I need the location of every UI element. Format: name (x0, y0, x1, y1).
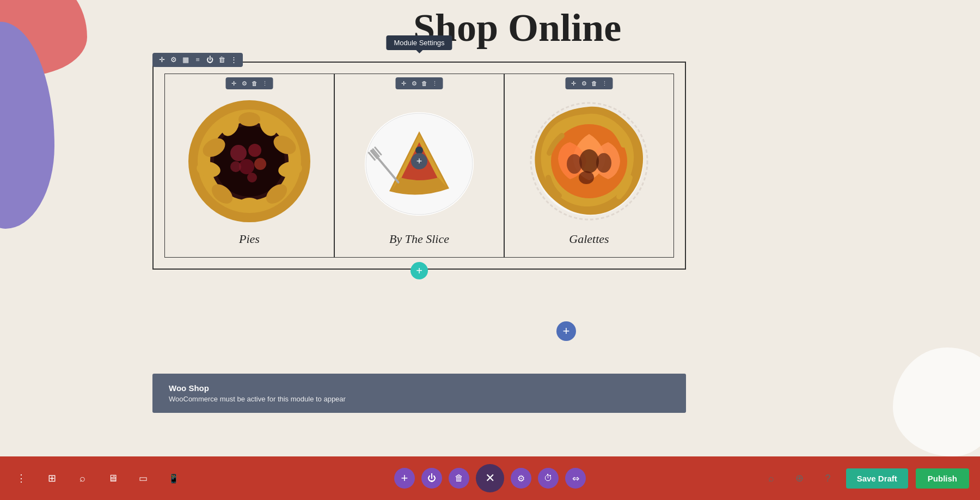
delete-icon-pies[interactable]: 🗑 (250, 79, 259, 88)
more-icon-slice[interactable]: ⋮ (431, 79, 439, 88)
grid-item-slice: ✛ ⚙ 🗑 ⋮ (334, 74, 504, 258)
responsive-button[interactable]: ⇔ (565, 468, 586, 489)
delete-icon-galettes[interactable]: 🗑 (590, 79, 599, 88)
woo-shop-banner: Woo Shop WooCommerce must be active for … (152, 374, 686, 413)
move-icon-slice[interactable]: ✛ (400, 79, 408, 88)
toolbar-center-group: + ⏻ 🗑 ✕ ⚙ ⏱ ⇔ (394, 464, 586, 492)
item-label-galettes: Galettes (569, 232, 609, 246)
item-toolbar-galettes[interactable]: ✛ ⚙ 🗑 ⋮ (566, 77, 613, 89)
svg-point-9 (230, 161, 241, 172)
more-icon-pies[interactable]: ⋮ (261, 79, 270, 88)
desktop-button[interactable]: 🖥 (102, 468, 123, 489)
delete-center-button[interactable]: 🗑 (449, 468, 469, 489)
settings-icon[interactable]: ⚙ (169, 55, 179, 65)
item-toolbar-pies[interactable]: ✛ ⚙ 🗑 ⋮ (226, 77, 273, 89)
module-outer-toolbar[interactable]: ✛ ⚙ ▦ ≡ ⏻ 🗑 ⋮ (152, 53, 243, 67)
woo-shop-title: Woo Shop (169, 383, 670, 393)
layers-button[interactable]: ⊕ (789, 468, 810, 489)
grid-icon[interactable]: ≡ (193, 55, 203, 65)
toolbar-right-group: ⌕ ⊕ ? Save Draft Publish (761, 468, 969, 489)
bottom-toolbar: ⋮ ⊞ ⌕ 🖥 ▭ 📱 + ⏻ 🗑 ✕ ⚙ ⏱ ⇔ ⌕ ⊕ ? Save Dra… (0, 456, 980, 500)
delete-icon-slice[interactable]: 🗑 (420, 79, 429, 88)
mobile-button[interactable]: 📱 (163, 468, 184, 489)
add-center-toolbar-button[interactable]: + (394, 468, 415, 489)
settings-center-button[interactable]: ⚙ (511, 468, 531, 489)
woo-shop-subtitle: WooCommerce must be active for this modu… (169, 395, 670, 403)
save-draft-button[interactable]: Save Draft (846, 468, 908, 489)
publish-button[interactable]: Publish (916, 468, 969, 489)
search-right-button[interactable]: ⌕ (761, 468, 782, 489)
more-icon[interactable]: ⋮ (229, 55, 238, 65)
grid-item-galettes: ✛ ⚙ 🗑 ⋮ (504, 74, 674, 258)
svg-point-5 (230, 145, 247, 161)
delete-icon[interactable]: 🗑 (217, 55, 226, 65)
add-block-inside-button[interactable]: + (411, 262, 428, 279)
tablet-button[interactable]: ▭ (133, 468, 154, 489)
svg-point-8 (254, 158, 266, 170)
settings-icon-pies[interactable]: ⚙ (240, 79, 249, 88)
settings-icon-galettes[interactable]: ⚙ (580, 79, 589, 88)
menu-button[interactable]: ⋮ (11, 468, 32, 489)
pie-image-pies (187, 99, 312, 224)
close-button[interactable]: ✕ (476, 464, 504, 492)
svg-point-14 (238, 198, 260, 212)
svg-point-33 (579, 149, 599, 173)
pie-image-slice: + (357, 99, 482, 224)
move-icon-galettes[interactable]: ✛ (569, 79, 578, 88)
svg-point-36 (579, 171, 594, 184)
module-settings-tooltip: Module Settings (386, 35, 452, 50)
move-icon-pies[interactable]: ✛ (230, 79, 238, 88)
svg-point-6 (248, 144, 261, 157)
svg-point-34 (567, 154, 582, 174)
item-label-slice: By The Slice (389, 232, 449, 246)
main-content: Shop Online ✛ ⚙ ▦ ≡ ⏻ 🗑 ⋮ Module Setting… (0, 0, 980, 456)
add-block-below-button[interactable]: + (556, 321, 576, 341)
help-button[interactable]: ? (818, 468, 838, 489)
grid-module-container: ✛ ⚙ ▦ ≡ ⏻ 🗑 ⋮ Module Settings ✛ ⚙ 🗑 ⋮ (152, 62, 686, 270)
svg-point-10 (247, 173, 257, 182)
grid-item-pies: ✛ ⚙ 🗑 ⋮ (164, 74, 334, 258)
svg-point-35 (596, 153, 611, 173)
svg-point-7 (239, 159, 254, 174)
layout-button[interactable]: ⊞ (41, 468, 62, 489)
more-icon-galettes[interactable]: ⋮ (601, 79, 609, 88)
search-button-left[interactable]: ⌕ (72, 468, 93, 489)
toggle-icon[interactable]: ⏻ (205, 55, 215, 65)
history-button[interactable]: ⏱ (538, 468, 559, 489)
item-toolbar-slice[interactable]: ✛ ⚙ 🗑 ⋮ (396, 77, 443, 89)
move-icon[interactable]: ✛ (157, 55, 167, 65)
pie-image-galettes (526, 99, 652, 224)
item-label-pies: Pies (239, 232, 260, 246)
columns-icon[interactable]: ▦ (181, 55, 191, 65)
svg-point-19 (238, 112, 260, 126)
settings-icon-slice[interactable]: ⚙ (410, 79, 419, 88)
add-center-button[interactable]: + (411, 153, 427, 169)
power-button[interactable]: ⏻ (421, 468, 442, 489)
grid-module: ✛ ⚙ 🗑 ⋮ (152, 62, 686, 270)
toolbar-left-group: ⋮ ⊞ ⌕ 🖥 ▭ 📱 (11, 468, 184, 489)
